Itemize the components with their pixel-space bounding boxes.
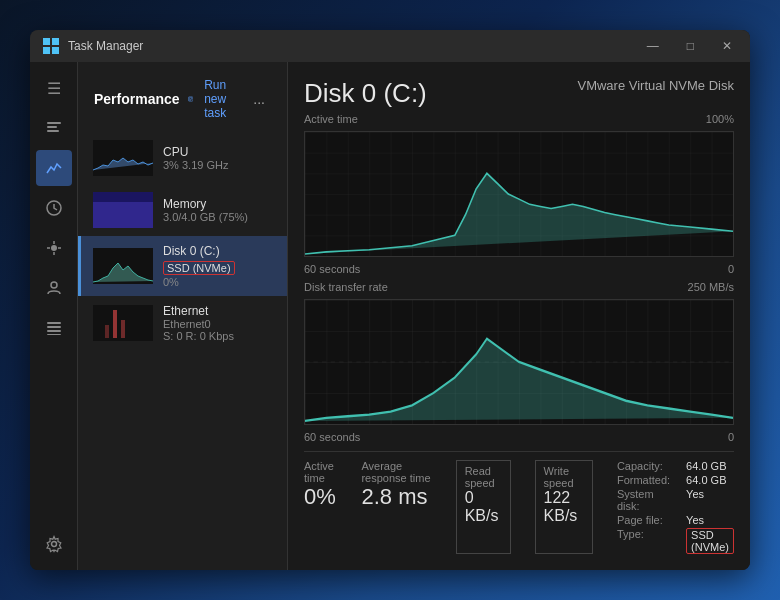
svg-rect-3 [52, 47, 59, 54]
chart1-min: 0 [728, 263, 734, 275]
disk-title: Disk 0 (C:) [304, 78, 427, 109]
capacity-label: Capacity: [617, 460, 670, 472]
chart2-mid-label: 60 seconds 0 [304, 431, 734, 443]
disk-description: VMware Virtual NVMe Disk [577, 78, 734, 93]
system-disk-label: System disk: [617, 488, 670, 512]
read-speed-stat: Read speed 0 KB/s [456, 460, 511, 554]
cpu-item-info: CPU 3% 3.19 GHz [163, 145, 275, 171]
svg-rect-16 [47, 330, 61, 332]
disk0-item-percent: 0% [163, 276, 275, 288]
main-panel: Disk 0 (C:) VMware Virtual NVMe Disk Act… [288, 62, 750, 570]
task-manager-window: Task Manager — □ ✕ ☰ [30, 30, 750, 570]
window-title: Task Manager [68, 39, 641, 53]
close-button[interactable]: ✕ [716, 37, 738, 55]
disk0-item-badge: SSD (NVMe) [163, 261, 235, 275]
active-time-chart [304, 131, 734, 257]
performance-nav-button[interactable] [36, 150, 72, 186]
main-header: Disk 0 (C:) VMware Virtual NVMe Disk [304, 78, 734, 109]
chart2-time: 60 seconds [304, 431, 360, 443]
panel-title: Performance [94, 91, 180, 107]
hamburger-icon: ☰ [47, 79, 61, 98]
cpu-item-name: CPU [163, 145, 275, 159]
sidebar-items-list: CPU 3% 3.19 GHz Memory 3.0/4.0 GB (75%) [78, 132, 287, 350]
svg-rect-1 [52, 38, 59, 45]
maximize-button[interactable]: □ [681, 37, 700, 55]
cpu-item-sub: 3% 3.19 GHz [163, 159, 275, 171]
type-label: Type: [617, 528, 670, 554]
processes-nav-button[interactable] [36, 110, 72, 146]
settings-nav-button[interactable] [36, 526, 72, 562]
window-controls: — □ ✕ [641, 37, 738, 55]
ethernet-item-sub2: S: 0 R: 0 Kbps [163, 330, 275, 342]
left-panel: Performance Run new task ... [78, 62, 288, 570]
cpu-mini-graph [93, 140, 153, 176]
svg-point-8 [51, 245, 57, 251]
chart1-time: 60 seconds [304, 263, 360, 275]
formatted-label: Formatted: [617, 474, 670, 486]
svg-rect-23 [105, 325, 109, 338]
disk-mini-graph [93, 248, 153, 284]
write-speed-stat: Write speed 122 KB/s [535, 460, 593, 554]
ethernet-item-info: Ethernet Ethernet0 S: 0 R: 0 Kbps [163, 304, 275, 342]
stats-row: Active time 0% Average response time 2.8… [304, 451, 734, 554]
right-stats: Capacity: 64.0 GB Formatted: 64.0 GB Sys… [617, 460, 734, 554]
sidebar-item-memory[interactable]: Memory 3.0/4.0 GB (75%) [78, 184, 287, 236]
chart2-label: Disk transfer rate [304, 281, 388, 293]
active-time-label: Active time [304, 460, 337, 484]
ethernet-mini-graph [93, 305, 153, 341]
run-task-icon [188, 93, 193, 105]
memory-item-name: Memory [163, 197, 275, 211]
svg-rect-5 [47, 126, 57, 128]
sidebar-item-cpu[interactable]: CPU 3% 3.19 GHz [78, 132, 287, 184]
svg-rect-14 [47, 322, 61, 324]
content-area: ☰ [30, 62, 750, 570]
sidebar-item-ethernet[interactable]: Ethernet Ethernet0 S: 0 R: 0 Kbps [78, 296, 287, 350]
memory-item-info: Memory 3.0/4.0 GB (75%) [163, 197, 275, 223]
svg-rect-2 [43, 47, 50, 54]
app-history-nav-button[interactable] [36, 190, 72, 226]
avg-response-stat: Average response time 2.8 ms [361, 460, 431, 554]
svg-point-13 [51, 282, 57, 288]
read-speed-value: 0 KB/s [465, 489, 502, 525]
svg-rect-22 [121, 320, 125, 338]
write-speed-value: 122 KB/s [544, 489, 584, 525]
svg-rect-6 [47, 130, 59, 132]
app-logo [42, 37, 60, 55]
startup-nav-button[interactable] [36, 230, 72, 266]
active-time-stat: Active time 0% [304, 460, 337, 554]
svg-rect-20 [93, 202, 153, 228]
read-speed-label: Read speed [465, 465, 502, 489]
active-time-value: 0% [304, 484, 337, 510]
page-file-value: Yes [686, 514, 734, 526]
users-nav-button[interactable] [36, 270, 72, 306]
write-speed-label: Write speed [544, 465, 584, 489]
svg-rect-17 [47, 334, 61, 335]
page-file-label: Page file: [617, 514, 670, 526]
chart2-min: 0 [728, 431, 734, 443]
chart2-header: Disk transfer rate 250 MB/s [304, 281, 734, 293]
run-new-task-button[interactable]: Run new task [180, 74, 240, 124]
formatted-value: 64.0 GB [686, 474, 734, 486]
svg-rect-21 [113, 310, 117, 338]
more-options-button[interactable]: ... [247, 87, 271, 111]
chart1-label: Active time [304, 113, 358, 125]
memory-item-sub: 3.0/4.0 GB (75%) [163, 211, 275, 223]
minimize-button[interactable]: — [641, 37, 665, 55]
system-disk-value: Yes [686, 488, 734, 512]
avg-response-label: Average response time [361, 460, 431, 484]
ethernet-item-sub1: Ethernet0 [163, 318, 275, 330]
disk0-item-name: Disk 0 (C:) [163, 244, 275, 258]
panel-actions: Run new task ... [180, 74, 271, 124]
svg-rect-15 [47, 326, 61, 328]
chart1-footer: 60 seconds 0 [304, 263, 734, 275]
details-nav-button[interactable] [36, 310, 72, 346]
transfer-rate-chart [304, 299, 734, 425]
ethernet-item-name: Ethernet [163, 304, 275, 318]
chart2-max: 250 MB/s [688, 281, 734, 293]
memory-mini-graph [93, 192, 153, 228]
icon-sidebar: ☰ [30, 62, 78, 570]
sidebar-item-disk0[interactable]: Disk 0 (C:) SSD (NVMe) 0% [78, 236, 287, 296]
disk0-item-info: Disk 0 (C:) SSD (NVMe) 0% [163, 244, 275, 288]
hamburger-menu-button[interactable]: ☰ [36, 70, 72, 106]
titlebar: Task Manager — □ ✕ [30, 30, 750, 62]
